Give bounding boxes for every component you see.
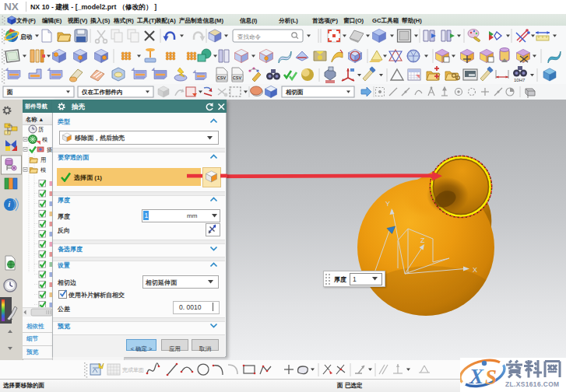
svg-text:CSV: CSV <box>217 75 227 80</box>
svg-text:完成草图: 完成草图 <box>122 367 144 373</box>
svg-text:S: S <box>485 366 497 389</box>
svg-text:10H7: 10H7 <box>514 78 526 82</box>
svg-text:CSV: CSV <box>233 75 242 80</box>
svg-text:查找命令: 查找命令 <box>237 33 262 40</box>
svg-text:摄: 摄 <box>47 146 52 153</box>
svg-text:面: 面 <box>6 89 13 96</box>
svg-text:X: X <box>473 266 477 274</box>
svg-text:ZL.XS1616.COM: ZL.XS1616.COM <box>505 380 559 388</box>
svg-text:Y: Y <box>385 200 390 208</box>
svg-text:X: X <box>469 365 484 388</box>
svg-text:仅在工作部件内: 仅在工作部件内 <box>81 89 123 96</box>
svg-text:历: 历 <box>38 126 44 133</box>
svg-text:相切面: 相切面 <box>285 89 304 96</box>
svg-text:用: 用 <box>40 156 46 163</box>
svg-text:模: 模 <box>40 166 46 173</box>
svg-text:模: 模 <box>42 136 47 143</box>
svg-text:Z: Z <box>420 236 425 244</box>
svg-text:启动: 启动 <box>19 33 33 40</box>
